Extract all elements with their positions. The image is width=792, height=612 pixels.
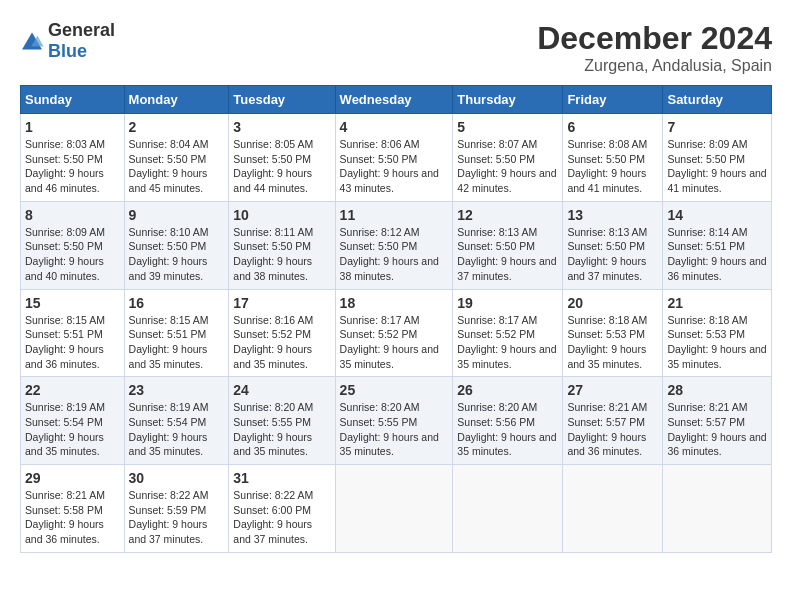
logo-general: General [48, 20, 115, 40]
day-info: Sunrise: 8:17 AMSunset: 5:52 PMDaylight:… [457, 313, 558, 372]
calendar-cell: 9Sunrise: 8:10 AMSunset: 5:50 PMDaylight… [124, 201, 229, 289]
day-info: Sunrise: 8:08 AMSunset: 5:50 PMDaylight:… [567, 137, 658, 196]
day-info: Sunrise: 8:18 AMSunset: 5:53 PMDaylight:… [667, 313, 767, 372]
calendar-cell [663, 465, 772, 553]
day-info: Sunrise: 8:22 AMSunset: 5:59 PMDaylight:… [129, 488, 225, 547]
calendar-cell [563, 465, 663, 553]
day-number: 9 [129, 207, 225, 223]
main-title: December 2024 [537, 20, 772, 57]
day-info: Sunrise: 8:16 AMSunset: 5:52 PMDaylight:… [233, 313, 330, 372]
day-number: 5 [457, 119, 558, 135]
day-number: 22 [25, 382, 120, 398]
calendar-cell: 14Sunrise: 8:14 AMSunset: 5:51 PMDayligh… [663, 201, 772, 289]
calendar-cell: 30Sunrise: 8:22 AMSunset: 5:59 PMDayligh… [124, 465, 229, 553]
day-number: 13 [567, 207, 658, 223]
week-row-1: 1Sunrise: 8:03 AMSunset: 5:50 PMDaylight… [21, 114, 772, 202]
calendar-cell: 8Sunrise: 8:09 AMSunset: 5:50 PMDaylight… [21, 201, 125, 289]
day-info: Sunrise: 8:15 AMSunset: 5:51 PMDaylight:… [129, 313, 225, 372]
day-info: Sunrise: 8:07 AMSunset: 5:50 PMDaylight:… [457, 137, 558, 196]
day-number: 8 [25, 207, 120, 223]
calendar-cell: 2Sunrise: 8:04 AMSunset: 5:50 PMDaylight… [124, 114, 229, 202]
day-info: Sunrise: 8:22 AMSunset: 6:00 PMDaylight:… [233, 488, 330, 547]
logo-blue: Blue [48, 41, 87, 61]
day-number: 20 [567, 295, 658, 311]
calendar-cell: 27Sunrise: 8:21 AMSunset: 5:57 PMDayligh… [563, 377, 663, 465]
calendar-cell: 3Sunrise: 8:05 AMSunset: 5:50 PMDaylight… [229, 114, 335, 202]
calendar-cell: 21Sunrise: 8:18 AMSunset: 5:53 PMDayligh… [663, 289, 772, 377]
col-header-tuesday: Tuesday [229, 86, 335, 114]
day-number: 23 [129, 382, 225, 398]
day-info: Sunrise: 8:18 AMSunset: 5:53 PMDaylight:… [567, 313, 658, 372]
calendar-cell: 1Sunrise: 8:03 AMSunset: 5:50 PMDaylight… [21, 114, 125, 202]
day-info: Sunrise: 8:17 AMSunset: 5:52 PMDaylight:… [340, 313, 449, 372]
calendar-cell: 19Sunrise: 8:17 AMSunset: 5:52 PMDayligh… [453, 289, 563, 377]
day-number: 14 [667, 207, 767, 223]
calendar-cell: 12Sunrise: 8:13 AMSunset: 5:50 PMDayligh… [453, 201, 563, 289]
header-row: SundayMondayTuesdayWednesdayThursdayFrid… [21, 86, 772, 114]
calendar-cell: 29Sunrise: 8:21 AMSunset: 5:58 PMDayligh… [21, 465, 125, 553]
day-number: 7 [667, 119, 767, 135]
day-number: 16 [129, 295, 225, 311]
day-info: Sunrise: 8:10 AMSunset: 5:50 PMDaylight:… [129, 225, 225, 284]
day-info: Sunrise: 8:20 AMSunset: 5:55 PMDaylight:… [340, 400, 449, 459]
calendar-cell: 24Sunrise: 8:20 AMSunset: 5:55 PMDayligh… [229, 377, 335, 465]
day-info: Sunrise: 8:04 AMSunset: 5:50 PMDaylight:… [129, 137, 225, 196]
day-info: Sunrise: 8:21 AMSunset: 5:57 PMDaylight:… [567, 400, 658, 459]
day-info: Sunrise: 8:20 AMSunset: 5:56 PMDaylight:… [457, 400, 558, 459]
day-number: 1 [25, 119, 120, 135]
day-number: 28 [667, 382, 767, 398]
day-info: Sunrise: 8:19 AMSunset: 5:54 PMDaylight:… [25, 400, 120, 459]
col-header-saturday: Saturday [663, 86, 772, 114]
day-info: Sunrise: 8:21 AMSunset: 5:57 PMDaylight:… [667, 400, 767, 459]
calendar-cell: 5Sunrise: 8:07 AMSunset: 5:50 PMDaylight… [453, 114, 563, 202]
calendar-cell: 22Sunrise: 8:19 AMSunset: 5:54 PMDayligh… [21, 377, 125, 465]
day-info: Sunrise: 8:03 AMSunset: 5:50 PMDaylight:… [25, 137, 120, 196]
day-number: 24 [233, 382, 330, 398]
calendar-cell: 16Sunrise: 8:15 AMSunset: 5:51 PMDayligh… [124, 289, 229, 377]
subtitle: Zurgena, Andalusia, Spain [537, 57, 772, 75]
day-number: 26 [457, 382, 558, 398]
col-header-friday: Friday [563, 86, 663, 114]
day-info: Sunrise: 8:13 AMSunset: 5:50 PMDaylight:… [567, 225, 658, 284]
col-header-wednesday: Wednesday [335, 86, 453, 114]
day-info: Sunrise: 8:06 AMSunset: 5:50 PMDaylight:… [340, 137, 449, 196]
day-info: Sunrise: 8:09 AMSunset: 5:50 PMDaylight:… [25, 225, 120, 284]
day-info: Sunrise: 8:12 AMSunset: 5:50 PMDaylight:… [340, 225, 449, 284]
week-row-2: 8Sunrise: 8:09 AMSunset: 5:50 PMDaylight… [21, 201, 772, 289]
day-number: 31 [233, 470, 330, 486]
day-number: 30 [129, 470, 225, 486]
week-row-3: 15Sunrise: 8:15 AMSunset: 5:51 PMDayligh… [21, 289, 772, 377]
calendar-cell: 6Sunrise: 8:08 AMSunset: 5:50 PMDaylight… [563, 114, 663, 202]
calendar-cell: 25Sunrise: 8:20 AMSunset: 5:55 PMDayligh… [335, 377, 453, 465]
day-info: Sunrise: 8:14 AMSunset: 5:51 PMDaylight:… [667, 225, 767, 284]
day-number: 3 [233, 119, 330, 135]
calendar-cell: 7Sunrise: 8:09 AMSunset: 5:50 PMDaylight… [663, 114, 772, 202]
col-header-thursday: Thursday [453, 86, 563, 114]
day-number: 19 [457, 295, 558, 311]
day-number: 17 [233, 295, 330, 311]
day-number: 18 [340, 295, 449, 311]
calendar-cell: 4Sunrise: 8:06 AMSunset: 5:50 PMDaylight… [335, 114, 453, 202]
day-number: 29 [25, 470, 120, 486]
day-number: 11 [340, 207, 449, 223]
logo-icon [20, 31, 44, 51]
week-row-5: 29Sunrise: 8:21 AMSunset: 5:58 PMDayligh… [21, 465, 772, 553]
day-number: 12 [457, 207, 558, 223]
calendar-cell: 11Sunrise: 8:12 AMSunset: 5:50 PMDayligh… [335, 201, 453, 289]
logo-text: General Blue [48, 20, 115, 62]
week-row-4: 22Sunrise: 8:19 AMSunset: 5:54 PMDayligh… [21, 377, 772, 465]
day-info: Sunrise: 8:13 AMSunset: 5:50 PMDaylight:… [457, 225, 558, 284]
title-block: December 2024 Zurgena, Andalusia, Spain [537, 20, 772, 75]
day-number: 15 [25, 295, 120, 311]
day-number: 2 [129, 119, 225, 135]
day-info: Sunrise: 8:21 AMSunset: 5:58 PMDaylight:… [25, 488, 120, 547]
day-number: 6 [567, 119, 658, 135]
calendar-cell: 26Sunrise: 8:20 AMSunset: 5:56 PMDayligh… [453, 377, 563, 465]
day-number: 10 [233, 207, 330, 223]
col-header-sunday: Sunday [21, 86, 125, 114]
calendar-cell: 20Sunrise: 8:18 AMSunset: 5:53 PMDayligh… [563, 289, 663, 377]
day-info: Sunrise: 8:11 AMSunset: 5:50 PMDaylight:… [233, 225, 330, 284]
calendar-cell: 18Sunrise: 8:17 AMSunset: 5:52 PMDayligh… [335, 289, 453, 377]
day-info: Sunrise: 8:15 AMSunset: 5:51 PMDaylight:… [25, 313, 120, 372]
day-info: Sunrise: 8:09 AMSunset: 5:50 PMDaylight:… [667, 137, 767, 196]
